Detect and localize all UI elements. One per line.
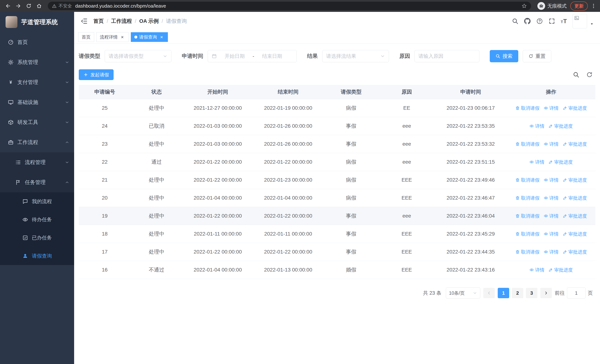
reason-label: 原因: [399, 52, 410, 60]
prev-page-button[interactable]: [483, 288, 495, 298]
search-button[interactable]: 搜索: [490, 50, 518, 62]
cell-id: 21: [79, 171, 131, 189]
avatar-caret-icon[interactable]: [590, 22, 594, 26]
detail-link[interactable]: 详情: [529, 159, 544, 165]
progress-link[interactable]: 审批进度: [563, 249, 587, 255]
breadcrumb-item[interactable]: 首页: [94, 18, 104, 25]
page-button-2[interactable]: 2: [512, 288, 523, 298]
tab-0[interactable]: 首页: [78, 32, 94, 42]
address-bar[interactable]: 不安全 dashboard.yudao.iocoder.cn/bpm/oa/le…: [48, 2, 531, 10]
breadcrumb-item[interactable]: 工作流程: [111, 18, 132, 25]
header-search-icon[interactable]: [512, 18, 518, 24]
bookmark-star-button[interactable]: [521, 3, 527, 9]
cancel-leave-link[interactable]: 取消请假: [515, 141, 540, 147]
github-icon[interactable]: [524, 18, 531, 24]
help-icon[interactable]: [536, 18, 543, 24]
font-size-icon[interactable]: TT: [561, 18, 567, 25]
sidebar-item-todo-task[interactable]: 待办任务: [0, 211, 74, 229]
sidebar-item-my-process[interactable]: 我的流程: [0, 192, 74, 211]
cancel-leave-link[interactable]: 取消请假: [515, 105, 540, 111]
cancel-leave-link[interactable]: 取消请假: [515, 195, 540, 201]
create-leave-button[interactable]: 发起请假: [79, 69, 113, 80]
sidebar-logo[interactable]: 芋道管理系统: [0, 12, 74, 32]
sidebar-collapse-button[interactable]: [80, 18, 88, 25]
progress-link[interactable]: 审批进度: [563, 177, 587, 183]
detail-link[interactable]: 详情: [544, 141, 559, 147]
page-button-3[interactable]: 3: [526, 288, 537, 298]
progress-link[interactable]: 审批进度: [563, 141, 587, 147]
sidebar-item-task-management[interactable]: 任务管理: [0, 172, 74, 192]
detail-link[interactable]: 详情: [529, 267, 544, 273]
tab-2-active[interactable]: 请假查询×: [131, 32, 168, 42]
browser-back-button[interactable]: [4, 2, 12, 10]
detail-link[interactable]: 详情: [529, 123, 544, 129]
start-date-input[interactable]: [219, 53, 250, 59]
next-page-button[interactable]: [540, 288, 552, 298]
action-label: 详情: [549, 177, 559, 183]
sidebar-item-done-task[interactable]: 已办任务: [0, 229, 74, 247]
cancel-leave-link[interactable]: 取消请假: [515, 249, 540, 255]
cancel-leave-link[interactable]: 取消请假: [515, 231, 540, 237]
table-row: 16不通过2022-01-04 00:00:002022-01-13 00:00…: [79, 261, 595, 279]
action-label: 详情: [535, 159, 544, 165]
date-range-picker[interactable]: -: [208, 50, 297, 62]
progress-link[interactable]: 审批进度: [563, 105, 587, 111]
reason-input[interactable]: [418, 53, 476, 59]
progress-link[interactable]: 审批进度: [548, 267, 573, 273]
tab-close-icon[interactable]: ×: [120, 34, 125, 40]
fullscreen-icon[interactable]: [548, 18, 555, 24]
cell-reason: EE: [379, 99, 434, 117]
sidebar-item-dev-tools[interactable]: 研发工具: [0, 112, 74, 132]
url-text[interactable]: dashboard.yudao.iocoder.cn/bpm/oa/leave: [75, 3, 519, 9]
action-label: 审批进度: [569, 141, 587, 147]
sidebar-item-process-management[interactable]: 流程管理: [0, 152, 74, 172]
browser-chrome: 不安全 dashboard.yudao.iocoder.cn/bpm/oa/le…: [0, 0, 600, 12]
browser-forward-button[interactable]: [14, 2, 23, 10]
browser-update-button[interactable]: 更新: [570, 1, 588, 10]
sidebar-item-infrastructure[interactable]: 基础设施: [0, 92, 74, 112]
tab-1[interactable]: 流程详情×: [96, 32, 129, 42]
page-size-select[interactable]: 10条/页: [446, 288, 480, 299]
progress-link[interactable]: 审批进度: [563, 195, 587, 201]
browser-home-button[interactable]: [35, 2, 43, 10]
sidebar-item-system-management[interactable]: 系统管理: [0, 52, 74, 72]
result-select[interactable]: 请选择流结果: [322, 50, 389, 62]
sidebar-item-label: 基础设施: [18, 99, 61, 106]
progress-link[interactable]: 审批进度: [563, 213, 587, 219]
progress-link[interactable]: 审批进度: [548, 159, 573, 165]
leave-type-select[interactable]: 请选择请假类型: [105, 50, 171, 62]
page-button-1[interactable]: 1: [498, 288, 509, 298]
detail-link[interactable]: 详情: [544, 105, 559, 111]
detail-link[interactable]: 详情: [544, 231, 559, 237]
sidebar-item-workflow[interactable]: 工作流程: [0, 132, 74, 152]
breadcrumb-separator: /: [135, 18, 136, 24]
reset-button[interactable]: 重置: [523, 50, 551, 62]
cell-status: 处理中: [131, 225, 183, 243]
detail-link[interactable]: 详情: [544, 195, 559, 201]
security-indicator[interactable]: 不安全: [52, 3, 72, 9]
sidebar-item-leave-query[interactable]: 请假查询: [0, 247, 74, 265]
cell-type: 事假: [323, 135, 379, 153]
avatar[interactable]: [572, 14, 587, 28]
sidebar-item-home[interactable]: 首页: [0, 32, 74, 52]
detail-link[interactable]: 详情: [544, 249, 559, 255]
cancel-leave-link[interactable]: 取消请假: [515, 213, 540, 219]
progress-link[interactable]: 审批进度: [563, 231, 587, 237]
tab-close-icon[interactable]: ×: [159, 34, 164, 40]
browser-menu-button[interactable]: [591, 3, 596, 9]
breadcrumb-item[interactable]: OA 示例: [139, 18, 159, 25]
column-header: 申请编号: [79, 85, 131, 99]
sidebar-item-payment-management[interactable]: 支付管理: [0, 72, 74, 92]
page-numbers: 123: [498, 288, 537, 298]
detail-link[interactable]: 详情: [544, 213, 559, 219]
cancel-leave-link[interactable]: 取消请假: [515, 177, 540, 183]
sidebar-item-label: 任务管理: [25, 179, 61, 186]
detail-link[interactable]: 详情: [544, 177, 559, 183]
end-date-input[interactable]: [257, 53, 287, 59]
refresh-table-icon[interactable]: [586, 71, 593, 78]
goto-page-input[interactable]: [567, 288, 586, 299]
toggle-search-icon[interactable]: [573, 71, 580, 78]
browser-reload-button[interactable]: [24, 2, 33, 10]
cell-id: 19: [79, 207, 131, 225]
progress-link[interactable]: 审批进度: [548, 123, 573, 129]
